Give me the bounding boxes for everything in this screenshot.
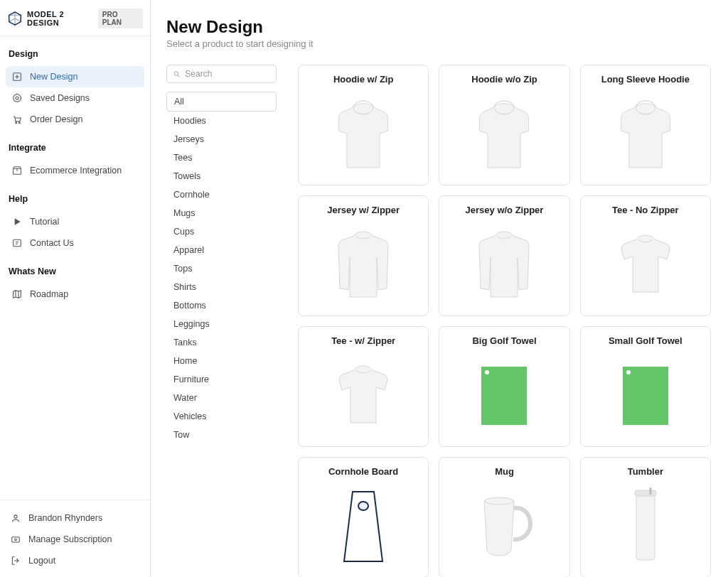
footer-item-manage-subscription[interactable]: Manage Subscription: [4, 529, 146, 550]
subscription-icon: [10, 534, 21, 545]
svg-point-21: [174, 71, 178, 75]
nav-heading: Integrate: [6, 140, 144, 156]
logout-icon: [10, 555, 21, 566]
category-bottoms[interactable]: Bottoms: [166, 296, 277, 315]
product-title: Jersey w/ Zipper: [327, 205, 400, 215]
sidebar-item-roadmap[interactable]: Roadmap: [6, 284, 144, 305]
nav-section: Whats NewRoadmap: [0, 254, 150, 305]
svg-point-3: [14, 95, 21, 102]
svg-marker-11: [15, 218, 21, 225]
brand-logo[interactable]: MODEL 2 DESIGN: [7, 10, 98, 27]
svg-point-31: [358, 502, 368, 510]
nav-item-label: Logout: [28, 556, 55, 566]
category-tees[interactable]: Tees: [166, 149, 277, 167]
svg-point-32: [485, 497, 513, 505]
category-tops[interactable]: Tops: [166, 259, 277, 278]
main: New Design Select a product to start des…: [151, 0, 728, 577]
saved-icon: [11, 92, 23, 104]
nav-item-label: Brandon Rhynders: [28, 513, 102, 523]
product-image: [587, 89, 705, 179]
content: AllHoodiesJerseysTeesTowelsCornholeMugsC…: [151, 50, 728, 577]
category-cornhole[interactable]: Cornhole: [166, 185, 277, 204]
sidebar-item-new-design[interactable]: New Design: [6, 66, 144, 87]
category-tanks[interactable]: Tanks: [166, 333, 277, 352]
svg-rect-12: [14, 239, 21, 246]
sidebar-item-ecommerce-integration[interactable]: Ecommerce Integration: [6, 160, 144, 181]
sidebar: MODEL 2 DESIGN PRO PLAN DesignNew Design…: [0, 0, 151, 577]
nav-section: IntegrateEcommerce Integration: [0, 130, 150, 181]
page-header: New Design Select a product to start des…: [151, 0, 728, 50]
svg-line-22: [178, 75, 179, 76]
product-card-jersey-w-zipper[interactable]: Jersey w/ Zipper: [298, 195, 429, 316]
category-apparel[interactable]: Apparel: [166, 241, 277, 259]
product-card-long-sleeve-hoodie[interactable]: Long Sleeve Hoodie: [580, 65, 711, 185]
product-card-hoodie-w-o-zip[interactable]: Hoodie w/o Zip: [439, 65, 569, 185]
svg-rect-34: [635, 490, 656, 496]
search-box[interactable]: [166, 65, 277, 83]
product-image: [445, 220, 563, 310]
sidebar-footer: Brandon RhyndersManage SubscriptionLogou…: [0, 500, 150, 571]
product-card-tee-no-zipper[interactable]: Tee - No Zipper: [580, 195, 711, 316]
nav-item-label: Roadmap: [30, 289, 68, 299]
product-grid-scroll[interactable]: Hoodie w/ Zip Hoodie w/o Zip Long Sleeve…: [277, 65, 719, 577]
nav-section: HelpTutorialContact Us: [0, 181, 150, 254]
product-title: Mug: [495, 466, 514, 477]
product-title: Tumbler: [628, 466, 663, 477]
product-title: Hoodie w/o Zip: [471, 74, 537, 85]
product-grid: Hoodie w/ Zip Hoodie w/o Zip Long Sleeve…: [298, 65, 711, 577]
map-icon: [11, 288, 23, 300]
category-mugs[interactable]: Mugs: [166, 204, 277, 222]
shop-icon: [11, 165, 23, 176]
product-title: Small Golf Towel: [609, 335, 682, 346]
sidebar-item-saved-designs[interactable]: Saved Designs: [6, 87, 144, 109]
nav-item-label: Tutorial: [30, 217, 59, 227]
contact-icon: [11, 237, 23, 249]
category-vehicles[interactable]: Vehicles: [166, 407, 277, 426]
page-title: New Design: [166, 17, 712, 37]
product-card-cornhole-board[interactable]: Cornhole Board: [298, 457, 429, 577]
cart-icon: [11, 114, 23, 125]
svg-rect-18: [12, 537, 20, 542]
category-hoodies[interactable]: Hoodies: [166, 112, 277, 130]
category-shirts[interactable]: Shirts: [166, 278, 277, 296]
product-image: [304, 220, 422, 310]
product-card-big-golf-towel[interactable]: Big Golf Towel: [439, 326, 569, 447]
product-card-hoodie-w-zip[interactable]: Hoodie w/ Zip: [298, 65, 429, 185]
product-image: [587, 481, 705, 571]
product-card-mug[interactable]: Mug: [439, 457, 569, 577]
category-towels[interactable]: Towels: [166, 167, 277, 185]
sidebar-item-tutorial[interactable]: Tutorial: [6, 211, 144, 232]
product-image: [587, 220, 705, 310]
product-card-small-golf-towel[interactable]: Small Golf Towel: [580, 326, 711, 447]
category-home[interactable]: Home: [166, 352, 277, 370]
category-water[interactable]: Water: [166, 389, 277, 407]
product-title: Cornhole Board: [328, 466, 398, 477]
category-cups[interactable]: Cups: [166, 222, 277, 241]
product-card-jersey-w-o-zipper[interactable]: Jersey w/o Zipper: [439, 195, 569, 316]
search-icon: [173, 70, 181, 79]
product-card-tumbler[interactable]: Tumbler: [580, 457, 711, 577]
product-title: Tee - w/ Zipper: [331, 335, 395, 346]
category-jerseys[interactable]: Jerseys: [166, 130, 277, 149]
category-tow[interactable]: Tow: [166, 426, 277, 444]
product-title: Big Golf Towel: [472, 335, 536, 346]
nav-item-label: Contact Us: [30, 238, 74, 248]
nav-item-label: Manage Subscription: [28, 534, 112, 544]
svg-point-27: [485, 370, 489, 374]
product-title: Jersey w/o Zipper: [466, 205, 544, 215]
footer-item-logout[interactable]: Logout: [4, 550, 146, 571]
product-card-tee-w-zipper[interactable]: Tee - w/ Zipper: [298, 326, 429, 447]
search-input[interactable]: [185, 69, 270, 79]
nav-heading: Design: [6, 46, 144, 62]
category-all[interactable]: All: [166, 92, 277, 112]
footer-item-brandon-rhynders[interactable]: Brandon Rhynders: [4, 507, 146, 529]
category-leggings[interactable]: Leggings: [166, 315, 277, 333]
nav-item-label: New Design: [30, 72, 77, 82]
page-subtitle: Select a product to start designing it: [166, 38, 712, 49]
category-furniture[interactable]: Furniture: [166, 370, 277, 389]
logo-icon: [7, 11, 23, 26]
sidebar-item-order-design[interactable]: Order Design: [6, 109, 144, 130]
sidebar-item-contact-us[interactable]: Contact Us: [6, 232, 144, 254]
product-title: Hoodie w/ Zip: [333, 74, 394, 85]
nav-item-label: Order Design: [30, 114, 82, 124]
